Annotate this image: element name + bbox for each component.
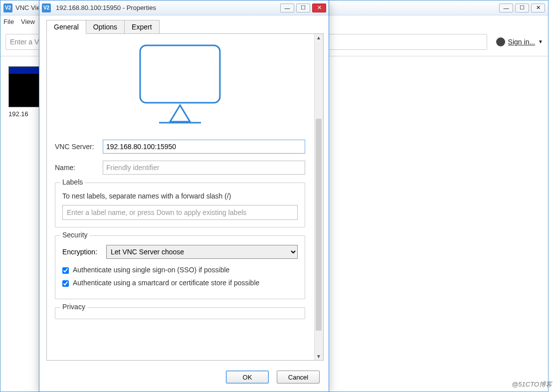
dialog-title: 192.168.80.100:15950 - Properties xyxy=(56,4,280,11)
vertical-scrollbar[interactable]: ▲ ▼ xyxy=(314,34,323,360)
bg-maximize-button[interactable]: ☐ xyxy=(515,3,529,12)
scroll-up-icon[interactable]: ▲ xyxy=(316,35,321,40)
svg-rect-0 xyxy=(140,45,220,103)
signin-menu[interactable]: Sign in... ▼ xyxy=(496,37,543,46)
dialog-close-button[interactable]: ✕ xyxy=(312,3,326,12)
cancel-button[interactable]: Cancel xyxy=(277,371,320,384)
security-legend: Security xyxy=(60,231,90,239)
sso-checkbox-row[interactable]: Authenticate using single sign-on (SSO) … xyxy=(62,266,298,274)
vnc-app-icon: V2 xyxy=(42,3,51,12)
labels-legend: Labels xyxy=(60,178,85,186)
labels-hint: To nest labels, separate names with a fo… xyxy=(62,192,298,200)
privacy-legend: Privacy xyxy=(60,303,87,311)
tab-general[interactable]: General xyxy=(46,20,86,34)
vnc-app-icon: V2 xyxy=(3,3,12,12)
bg-minimize-button[interactable]: — xyxy=(499,3,513,12)
watermark: @51CTO博客 xyxy=(512,380,552,389)
smartcard-checkbox-row[interactable]: Authenticate using a smartcard or certif… xyxy=(62,279,298,287)
menu-file[interactable]: File xyxy=(3,18,14,25)
scrollbar-thumb[interactable] xyxy=(316,119,322,331)
bg-window-controls: — ☐ ✕ xyxy=(499,3,545,12)
dialog-maximize-button[interactable]: ☐ xyxy=(296,3,310,12)
smartcard-label: Authenticate using a smartcard or certif… xyxy=(73,279,259,287)
security-group: Security Encryption: Let VNC Server choo… xyxy=(55,235,305,299)
dialog-minimize-button[interactable]: — xyxy=(280,3,294,12)
menu-view[interactable]: View xyxy=(21,18,35,25)
signin-label: Sign in... xyxy=(508,38,535,46)
scroll-down-icon[interactable]: ▼ xyxy=(316,354,321,359)
encryption-label: Encryption: xyxy=(62,248,97,256)
monitor-icon xyxy=(135,43,225,128)
svg-marker-1 xyxy=(170,105,190,122)
name-row: Name: xyxy=(55,161,305,175)
properties-dialog: V2 192.168.80.100:15950 - Properties — ☐… xyxy=(39,0,329,392)
name-input[interactable] xyxy=(103,161,305,175)
scroll-area: VNC Server: Name: Labels To nest labels,… xyxy=(47,34,313,360)
labels-input[interactable] xyxy=(62,205,298,220)
tabstrip: General Options Expert xyxy=(39,15,329,33)
encryption-row: Encryption: Let VNC Server choose xyxy=(62,245,298,259)
tab-expert[interactable]: Expert xyxy=(124,20,159,34)
tab-options[interactable]: Options xyxy=(86,20,125,34)
vnc-server-input[interactable] xyxy=(103,140,305,154)
user-avatar-icon xyxy=(496,37,505,46)
encryption-select[interactable]: Let VNC Server choose xyxy=(106,245,298,259)
ok-button[interactable]: OK xyxy=(226,371,269,384)
sso-label: Authenticate using single sign-on (SSO) … xyxy=(73,266,229,274)
smartcard-checkbox[interactable] xyxy=(62,280,69,287)
bg-close-button[interactable]: ✕ xyxy=(531,3,545,12)
vnc-server-label: VNC Server: xyxy=(55,143,103,151)
vnc-server-row: VNC Server: xyxy=(55,140,305,154)
labels-group: Labels To nest labels, separate names wi… xyxy=(55,183,305,227)
name-label: Name: xyxy=(55,164,103,172)
dialog-titlebar: V2 192.168.80.100:15950 - Properties — ☐… xyxy=(39,0,329,15)
tab-panel-general: VNC Server: Name: Labels To nest labels,… xyxy=(46,33,324,361)
dialog-window-controls: — ☐ ✕ xyxy=(280,3,326,12)
chevron-down-icon: ▼ xyxy=(538,39,543,44)
privacy-group: Privacy xyxy=(55,307,305,319)
sso-checkbox[interactable] xyxy=(62,267,69,274)
dialog-button-row: OK Cancel xyxy=(39,365,329,392)
